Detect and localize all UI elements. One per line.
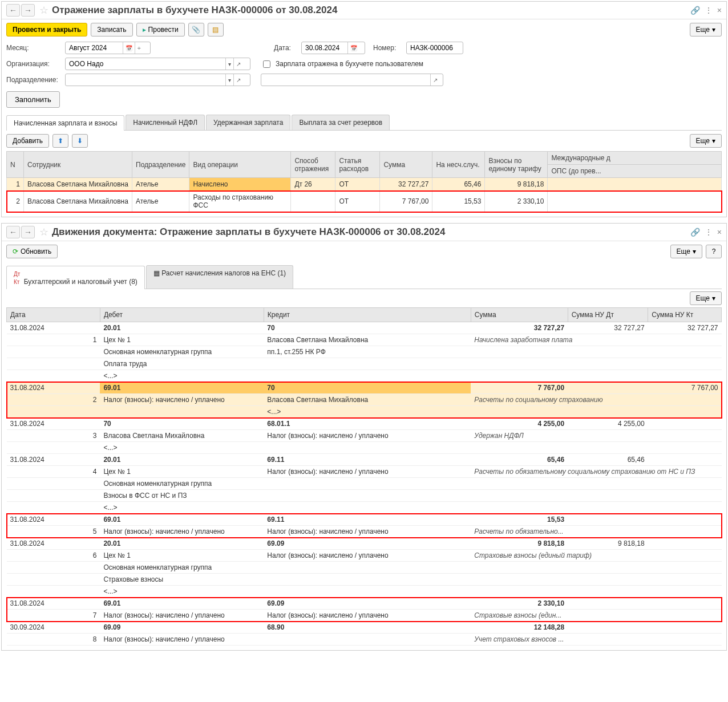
org-input[interactable]: ▾ ↗ xyxy=(65,58,250,70)
col-accident[interactable]: На несч.случ. xyxy=(432,152,485,178)
nav-back-button[interactable]: ← xyxy=(6,226,20,238)
cell-intl xyxy=(548,191,722,212)
cell-debit-sub1: Власова Светлана Михайловна xyxy=(100,430,264,442)
ledger-entry[interactable]: 31.08.2024 70 68.01.1 4 255,00 4 255,00 … xyxy=(7,418,722,454)
col-debit[interactable]: Дебет xyxy=(100,308,264,322)
favorite-star-icon[interactable]: ☆ xyxy=(39,226,48,238)
tab-withheld-salary[interactable]: Удержанная зарплата xyxy=(206,115,290,130)
cell-accident: 65,46 xyxy=(432,178,485,191)
ledger-entry[interactable]: 31.08.2024 20.01 69.11 65,46 65,46 4 Цех… xyxy=(7,454,722,514)
ledger-entry[interactable]: 31.08.2024 69.01 70 7 767,00 7 767,00 2 … xyxy=(7,382,722,418)
ledger-entry[interactable]: 30.09.2024 69.09 68.90 12 148,28 8 Налог… xyxy=(7,622,722,646)
cell-debit-sub1: Налог (взносы): начислено / уплачено xyxy=(100,610,264,622)
tab-accounting[interactable]: ДтКт Бухгалтерский и налоговый учет (8) xyxy=(6,266,145,289)
open-icon[interactable]: ↗ xyxy=(233,74,243,86)
kebab-icon[interactable]: ⋮ xyxy=(705,228,713,237)
date-input[interactable]: 📅 xyxy=(301,42,365,54)
post-and-close-button[interactable]: Провести и закрыть xyxy=(6,23,87,36)
cell-credit-sub1: Налог (взносы): начислено / уплачено xyxy=(264,550,471,562)
col-nudt[interactable]: Сумма НУ Дт xyxy=(568,308,648,322)
month-input[interactable]: 📅 ÷ xyxy=(65,42,151,54)
save-button[interactable]: Записать xyxy=(91,23,132,36)
sub-more-button[interactable]: Еще ▾ xyxy=(690,134,722,148)
tab-ens[interactable]: ▦ Расчет начисления налогов на ЕНС (1) xyxy=(146,265,293,289)
refresh-icon: ⟳ xyxy=(13,247,18,255)
favorite-star-icon[interactable]: ☆ xyxy=(39,4,48,17)
col-nukt[interactable]: Сумма НУ Кт xyxy=(648,308,722,322)
cell-date: 31.08.2024 xyxy=(7,514,80,526)
move-up-button[interactable]: ⬆ xyxy=(52,134,68,148)
open-icon[interactable]: ↗ xyxy=(430,74,440,86)
cell-department: Ателье xyxy=(132,178,189,191)
tab-accrued-ndfl[interactable]: Начисленный НДФЛ xyxy=(126,115,205,130)
ledger-table[interactable]: Дата Дебет Кредит Сумма Сумма НУ Дт Сумм… xyxy=(6,307,722,646)
dept-input[interactable]: ▾ ↗ xyxy=(65,74,250,86)
number-field[interactable] xyxy=(406,42,463,54)
help-button[interactable]: ? xyxy=(706,245,722,258)
ledger-entry[interactable]: 31.08.2024 20.01 70 32 727,27 32 727,27 … xyxy=(7,322,722,382)
calendar-icon[interactable]: 📅 xyxy=(347,42,359,54)
col-department[interactable]: Подразделение xyxy=(132,152,189,178)
reflected-checkbox[interactable] xyxy=(263,60,270,68)
report-button[interactable]: ▤ xyxy=(208,23,224,36)
col-article[interactable]: Статья расходов xyxy=(335,152,380,178)
ledger-entry[interactable]: 31.08.2024 20.01 69.09 9 818,18 9 818,18… xyxy=(7,538,722,598)
cell-entry-number: 1 xyxy=(80,334,100,346)
col-date[interactable]: Дата xyxy=(7,308,100,322)
col-credit[interactable]: Кредит xyxy=(264,308,471,322)
dept-field[interactable] xyxy=(66,75,225,85)
close-icon[interactable]: × xyxy=(717,228,722,237)
kebab-icon[interactable]: ⋮ xyxy=(705,6,713,15)
cell-debit-account: 69.09 xyxy=(100,622,264,634)
ledger-entry[interactable]: 31.08.2024 69.01 69.11 15,53 5 Налог (вз… xyxy=(7,514,722,538)
dropdown-icon[interactable]: ▾ xyxy=(225,74,233,86)
attach-button[interactable]: 📎 xyxy=(188,23,204,36)
nav-forward-button[interactable]: → xyxy=(21,4,35,17)
cell-sum: 65,46 xyxy=(471,454,568,466)
col-operation[interactable]: Вид операции xyxy=(189,152,291,178)
table-row[interactable]: 1 Власова Светлана Михайловна Ателье Нач… xyxy=(7,178,722,191)
ledger-more-button[interactable]: Еще ▾ xyxy=(690,291,722,305)
cell-nukt: 32 727,27 xyxy=(648,322,722,334)
fill-button[interactable]: Заполнить xyxy=(6,91,60,108)
close-icon[interactable]: × xyxy=(717,6,722,15)
open-icon[interactable]: ↗ xyxy=(233,58,243,70)
date-field[interactable] xyxy=(302,43,347,53)
tab-reserve-payment[interactable]: Выплата за счет резервов xyxy=(292,115,390,130)
month-field[interactable] xyxy=(66,43,123,53)
col-employee[interactable]: Сотрудник xyxy=(24,152,132,178)
form-row-dept: Подразделение: ▾ ↗ ↗ xyxy=(2,72,726,88)
col-reflection[interactable]: Способ отражения xyxy=(291,152,335,178)
org-field[interactable] xyxy=(66,59,225,69)
nav-back-button[interactable]: ← xyxy=(6,4,20,17)
more-button[interactable]: Еще ▾ xyxy=(690,23,722,36)
extra-input[interactable]: ↗ xyxy=(261,74,443,86)
more-button-2[interactable]: Еще ▾ xyxy=(670,245,702,258)
col-intl[interactable]: Международные д xyxy=(548,152,722,165)
col-n[interactable]: N xyxy=(7,152,24,178)
ledger-more-label: Еще xyxy=(696,294,710,302)
tab-accrued-salary[interactable]: Начисленная зарплата и взносы xyxy=(6,115,124,131)
table-row[interactable]: 2 Власова Светлана Михайловна Ателье Рас… xyxy=(7,191,722,212)
col-sum[interactable]: Сумма xyxy=(380,152,432,178)
add-button[interactable]: Добавить xyxy=(6,134,49,148)
extra-field[interactable] xyxy=(261,75,430,85)
col-tariff[interactable]: Взносы по единому тарифу xyxy=(485,152,548,178)
move-down-button[interactable]: ⬇ xyxy=(72,134,88,148)
cell-description: Расчеты по обязательному социальному стр… xyxy=(471,466,721,478)
cell-credit-sub2 xyxy=(264,562,471,574)
link-icon[interactable]: 🔗 xyxy=(690,228,700,237)
refresh-button[interactable]: ⟳ Обновить xyxy=(6,245,58,258)
post-button[interactable]: ▸ Провести xyxy=(136,23,185,36)
nav-forward-button[interactable]: → xyxy=(21,226,35,238)
col-sum[interactable]: Сумма xyxy=(471,308,568,322)
accruals-table[interactable]: N Сотрудник Подразделение Вид операции С… xyxy=(6,151,722,212)
link-icon[interactable]: 🔗 xyxy=(690,6,700,15)
movements-window: ← → ☆ Движения документа: Отражение зарп… xyxy=(1,223,727,651)
cell-reflection: Дт 26 xyxy=(291,178,335,191)
col-ops[interactable]: ОПС (до прев... xyxy=(548,165,722,178)
spinner-icon[interactable]: ÷ xyxy=(135,42,143,54)
dropdown-icon[interactable]: ▾ xyxy=(225,58,233,70)
ledger-entry[interactable]: 31.08.2024 69.01 69.09 2 330,10 7 Налог … xyxy=(7,598,722,622)
calendar-icon[interactable]: 📅 xyxy=(123,42,135,54)
